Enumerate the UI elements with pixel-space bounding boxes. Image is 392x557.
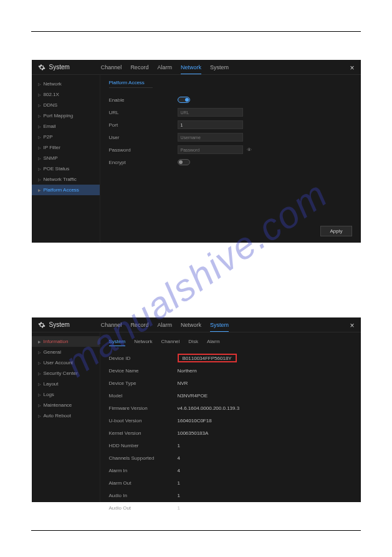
- row-user: User Username: [109, 133, 352, 142]
- row-password: Password Password 👁: [109, 145, 352, 154]
- close-icon[interactable]: ×: [350, 64, 354, 72]
- device-id-value: B0110034FFP56018Y: [178, 354, 237, 362]
- user-input[interactable]: Username: [178, 133, 243, 142]
- sidebar-item-port-mapping[interactable]: ▷Port Mapping: [32, 110, 100, 121]
- content-subtitle: Platform Access: [109, 80, 153, 88]
- tab-alarm[interactable]: Alarm: [157, 318, 172, 332]
- info-value: 1: [178, 443, 180, 448]
- port-input[interactable]: 1: [178, 120, 243, 129]
- info-label: Firmware Version: [109, 405, 178, 411]
- sidebar-item-email[interactable]: ▷Email: [32, 121, 100, 132]
- encrypt-label: Encrypt: [109, 160, 178, 165]
- subtab-alarm[interactable]: Alarm: [207, 337, 220, 346]
- main-tabs: Channel Record Alarm Network System: [101, 61, 229, 74]
- content-area: System Network Channel Disk Alarm Device…: [100, 332, 361, 502]
- info-value: 4: [178, 455, 180, 461]
- tab-network[interactable]: Network: [181, 318, 201, 332]
- info-label: Channels Supported: [109, 455, 178, 461]
- panel-title: System: [49, 64, 70, 70]
- info-label: Device Type: [109, 380, 178, 386]
- top-divider: [31, 31, 361, 32]
- network-panel: System Channel Record Alarm Network Syst…: [32, 60, 361, 243]
- info-label: Audio In: [109, 493, 178, 498]
- sidebar-item-ddns[interactable]: ▷DDNS: [32, 100, 100, 110]
- eye-icon[interactable]: 👁: [247, 147, 252, 153]
- tab-system[interactable]: System: [210, 318, 229, 332]
- url-input[interactable]: URL: [178, 108, 243, 117]
- info-value: v4.6.1604.0000.200.0.139.3: [178, 405, 240, 411]
- info-label: Alarm In: [109, 468, 178, 473]
- info-label: Device ID: [109, 356, 178, 361]
- info-value: 4: [178, 468, 180, 473]
- tab-record[interactable]: Record: [130, 61, 148, 74]
- sidebar-item-information[interactable]: ▶Information: [32, 336, 100, 347]
- panel-title: System: [49, 321, 70, 328]
- info-label: Kernel Version: [109, 430, 178, 436]
- info-label: U-boot Version: [109, 418, 178, 424]
- row-encrypt: Encrypt: [109, 158, 352, 167]
- info-value: 1006350183A: [178, 430, 209, 436]
- bottom-divider: [31, 530, 361, 531]
- sidebar-item-p2p[interactable]: ▷P2P: [32, 132, 100, 142]
- encrypt-toggle[interactable]: [178, 159, 190, 165]
- sidebar-item-ip-filter[interactable]: ▷IP Filter: [32, 142, 100, 153]
- info-value: Northern: [178, 368, 197, 374]
- sidebar-item-general[interactable]: ▷General: [32, 347, 100, 357]
- topbar: System Channel Record Alarm Network Syst…: [32, 317, 361, 332]
- info-label: Alarm Out: [109, 480, 178, 486]
- topbar: System Channel Record Alarm Network Syst…: [32, 60, 361, 75]
- info-value: N3NVR4POE: [178, 393, 208, 399]
- sidebar-item-network[interactable]: ▷Network: [32, 79, 100, 89]
- subtab-channel[interactable]: Channel: [161, 337, 180, 346]
- subtab-system[interactable]: System: [109, 337, 126, 346]
- sidebar: ▶Information ▷General ▷User Account ▷Sec…: [32, 332, 100, 502]
- sidebar-item-platform-access[interactable]: ▶Platform Access: [32, 185, 100, 195]
- info-value: NVR: [178, 380, 188, 386]
- gear-icon: [38, 64, 45, 71]
- row-url: URL URL: [109, 108, 352, 117]
- info-label: Model: [109, 393, 178, 399]
- enable-label: Enable: [109, 97, 178, 103]
- sidebar-item-poe-status[interactable]: ▷POE Status: [32, 163, 100, 174]
- user-label: User: [109, 135, 178, 140]
- info-value: 1604010C0F18: [178, 418, 212, 424]
- sidebar-item-maintenance[interactable]: ▷Maintenance: [32, 400, 100, 410]
- subtab-disk[interactable]: Disk: [188, 337, 198, 346]
- sidebar-item-network-traffic[interactable]: ▷Network Traffic: [32, 174, 100, 185]
- tab-alarm[interactable]: Alarm: [157, 61, 172, 74]
- sidebar-item-layout[interactable]: ▷Layout: [32, 379, 100, 389]
- sidebar-item-user-account[interactable]: ▷User Account: [32, 357, 100, 368]
- subtab-network[interactable]: Network: [134, 337, 152, 346]
- port-label: Port: [109, 122, 178, 128]
- enable-toggle[interactable]: [178, 97, 190, 103]
- info-label: HDD Number: [109, 443, 178, 448]
- close-icon[interactable]: ×: [350, 321, 354, 330]
- tab-channel[interactable]: Channel: [101, 61, 122, 74]
- password-input[interactable]: Password: [178, 145, 243, 154]
- sidebar-item-snmp[interactable]: ▷SNMP: [32, 153, 100, 163]
- sidebar-item-logs[interactable]: ▷Logs: [32, 389, 100, 400]
- info-label: Audio Out: [109, 505, 178, 511]
- tab-network[interactable]: Network: [181, 61, 201, 74]
- content-area: Platform Access Enable URL URL Port 1 Us…: [100, 75, 361, 243]
- system-info-panel: System Channel Record Alarm Network Syst…: [32, 317, 361, 502]
- subtabs: System Network Channel Disk Alarm: [109, 337, 352, 346]
- sidebar-item-security-center[interactable]: ▷Security Center: [32, 368, 100, 379]
- sidebar-item-8021x[interactable]: ▷802.1X: [32, 89, 100, 100]
- row-enable: Enable: [109, 95, 352, 104]
- info-label: Device Name: [109, 368, 178, 374]
- info-value: 1: [178, 493, 180, 498]
- sidebar-item-auto-reboot[interactable]: ▷Auto Reboot: [32, 410, 100, 421]
- main-tabs: Channel Record Alarm Network System: [101, 318, 229, 332]
- password-label: Password: [109, 147, 178, 153]
- tab-system[interactable]: System: [210, 61, 229, 74]
- sidebar: ▷Network ▷802.1X ▷DDNS ▷Port Mapping ▷Em…: [32, 75, 100, 243]
- info-value: 1: [178, 505, 180, 511]
- url-label: URL: [109, 110, 178, 115]
- info-value: 1: [178, 480, 180, 486]
- apply-button[interactable]: Apply: [320, 226, 351, 236]
- tab-channel[interactable]: Channel: [101, 318, 122, 332]
- gear-icon: [38, 321, 45, 329]
- row-port: Port 1: [109, 120, 352, 129]
- tab-record[interactable]: Record: [130, 318, 148, 332]
